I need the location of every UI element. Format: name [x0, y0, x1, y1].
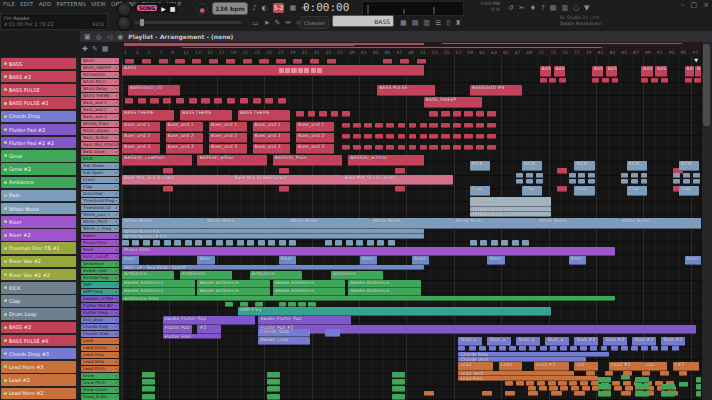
track-mute-led[interactable] — [4, 62, 7, 65]
clip[interactable] — [253, 98, 261, 104]
clip-white-noise[interactable]: White Noise — [205, 218, 288, 229]
clip-phase-filter[interactable]: Phase Filter — [122, 247, 615, 256]
track-mute-led[interactable] — [4, 141, 7, 144]
clip-bass-theme[interactable]: BASS THEME — [238, 110, 290, 121]
clip-flutter-pad-#2[interactable]: Flutter Pad #2 — [258, 325, 696, 334]
playlist-icon[interactable]: ▦ — [400, 18, 407, 28]
picker-item[interactable]: Chords Stab≈ — [81, 331, 119, 337]
clip[interactable] — [578, 173, 585, 178]
clip-clap[interactable]: Clap — [470, 186, 490, 196]
clip[interactable] — [142, 59, 151, 64]
clip[interactable] — [206, 240, 213, 246]
touch-icon[interactable]: ♜ — [455, 18, 461, 28]
clip[interactable] — [429, 145, 438, 150]
clip-kick[interactable]: KICK — [627, 161, 647, 171]
clip[interactable] — [386, 145, 394, 150]
clip[interactable] — [661, 391, 674, 397]
clip[interactable] — [441, 123, 450, 128]
clip[interactable] — [559, 78, 566, 83]
clip-bass-6-lowplain[interactable]: BASS(6)_LowPlain — [122, 155, 192, 166]
master-volume-knob[interactable] — [117, 16, 132, 31]
clip[interactable] — [375, 134, 383, 139]
clip[interactable] — [243, 59, 252, 64]
clip-riser[interactable]: Riser — [122, 256, 139, 265]
clip[interactable] — [395, 186, 405, 192]
clip[interactable] — [327, 59, 336, 64]
clip-amp-freq[interactable]: AMP Freq — [238, 307, 551, 316]
track-mute-led[interactable] — [4, 260, 7, 263]
clip[interactable] — [588, 179, 595, 184]
track-header-9[interactable]: Grow #2 — [1, 163, 76, 175]
clip-lead-#2[interactable]: Lead #2 — [534, 362, 569, 371]
clip[interactable] — [296, 111, 304, 117]
clip[interactable] — [122, 240, 129, 246]
clip[interactable] — [325, 240, 332, 246]
clip[interactable] — [279, 186, 289, 192]
clip[interactable] — [605, 371, 614, 376]
track-mute-led[interactable] — [4, 365, 7, 368]
undo-icon[interactable]: ↺ — [508, 3, 514, 13]
clip-bass-and-1[interactable]: Bass_and 1 — [122, 122, 160, 132]
clip[interactable] — [574, 391, 584, 396]
clip[interactable] — [651, 346, 658, 351]
track-header-13[interactable]: Riser — [1, 216, 76, 228]
clip[interactable] — [516, 173, 523, 178]
clip-stab-#2[interactable]: Stab #2 — [603, 337, 626, 346]
clip[interactable] — [143, 240, 150, 246]
clip-bass-and-2[interactable]: Bass_and 2 — [253, 133, 291, 143]
clip[interactable] — [375, 145, 383, 150]
clip[interactable] — [560, 346, 567, 351]
picker-item[interactable]: Lead Pitch≈ — [81, 366, 119, 372]
track-mute-led[interactable] — [4, 154, 7, 157]
clip[interactable] — [386, 123, 394, 128]
clip[interactable] — [661, 346, 668, 351]
clip[interactable] — [285, 68, 290, 74]
clip[interactable] — [308, 111, 316, 117]
clip[interactable] — [631, 179, 638, 184]
clip[interactable] — [660, 371, 669, 376]
clip-flutter-freq[interactable]: Flutter Freq — [163, 334, 221, 339]
track-header-6[interactable]: Flutter Pad #2 — [1, 124, 76, 136]
time-display[interactable]: 0:00:00 — [303, 1, 349, 14]
track-mute-led[interactable] — [4, 286, 7, 289]
picker-item[interactable]: BASS6_Plain≈ — [81, 121, 119, 127]
pianoroll-icon[interactable]: ▥ — [423, 18, 430, 28]
track-mute-led[interactable] — [4, 326, 7, 329]
clip[interactable] — [487, 134, 496, 139]
clip[interactable] — [441, 145, 450, 150]
clip[interactable] — [641, 346, 648, 351]
clip-kick[interactable]: KICK — [679, 161, 699, 171]
target-icon[interactable]: ◉ — [117, 32, 123, 42]
picker-item[interactable]: Distorted≈ — [81, 191, 119, 197]
clip[interactable] — [298, 68, 303, 74]
clip[interactable] — [570, 346, 577, 351]
picker-item[interactable]: BASS Pitch≈ — [81, 79, 119, 85]
mic-icon[interactable]: ♦ — [530, 3, 536, 13]
clip[interactable] — [683, 173, 690, 178]
menu-file[interactable]: FILE — [3, 1, 15, 9]
clip[interactable] — [569, 179, 576, 184]
clip[interactable] — [661, 384, 674, 390]
clip-stab-a[interactable]: Stab_a — [487, 337, 510, 346]
clip[interactable] — [641, 179, 648, 184]
clip-#2[interactable]: #2 — [197, 325, 220, 334]
clip[interactable] — [592, 78, 599, 83]
clip[interactable] — [279, 68, 284, 74]
clip[interactable] — [132, 240, 139, 246]
track-header-11[interactable]: Rain — [1, 190, 76, 202]
clip-bass-theme[interactable]: BASS THEME — [180, 110, 232, 121]
clip[interactable] — [420, 134, 428, 139]
render-icon[interactable]: ▼ — [584, 3, 589, 13]
clip-bass-and-3[interactable]: Bass_and 3 — [253, 144, 291, 154]
track-mute-led[interactable] — [4, 313, 7, 316]
clip[interactable] — [311, 68, 316, 74]
track-mute-led[interactable] — [4, 234, 7, 237]
track-mute-led[interactable] — [4, 299, 7, 302]
picker-item[interactable]: BASS_SWEEP≈ — [81, 65, 119, 71]
song-mode-switch[interactable]: SONG — [137, 5, 157, 11]
clip[interactable] — [159, 59, 168, 64]
picker-item[interactable]: Bass_and 3≈ — [81, 114, 119, 120]
clip[interactable] — [267, 379, 280, 385]
clip[interactable] — [429, 134, 438, 139]
picker-item[interactable]: Ambience≈ — [81, 261, 119, 267]
